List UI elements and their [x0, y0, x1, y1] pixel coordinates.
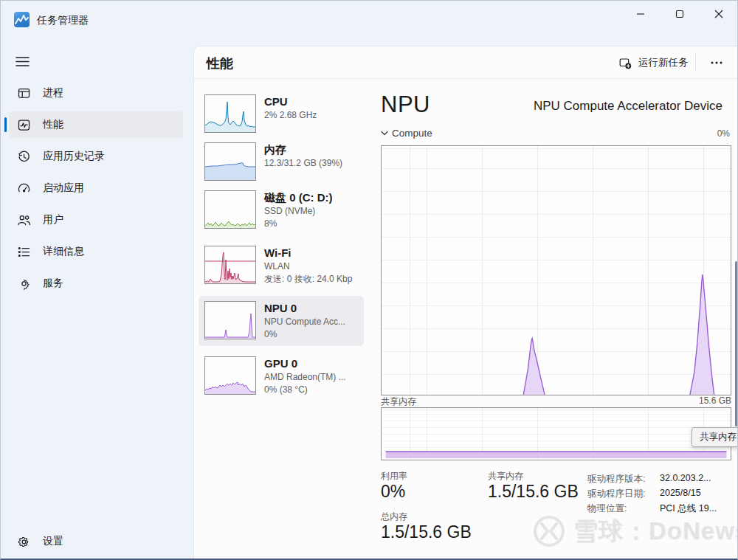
total-memory-value: 1.5/15.6 GB	[381, 522, 472, 542]
navigation-menu-button[interactable]	[11, 51, 33, 72]
device-item-disk[interactable]: 磁盘 0 (C: D:) SSD (NVMe) 8%	[199, 185, 364, 235]
device-stats: 12.3/31.2 GB (39%)	[264, 157, 342, 170]
settings-label: 设置	[43, 535, 63, 548]
sidebar-item-performance[interactable]: 性能	[9, 111, 183, 138]
sidebar-item-label: 性能	[43, 118, 63, 131]
device-stats: SSD (NVMe)	[264, 205, 333, 218]
processes-icon	[17, 86, 31, 100]
compute-usage-percent: 0%	[717, 128, 731, 139]
sidebar-item-label: 进程	[43, 86, 63, 100]
shared-memory-max: 15.6 GB	[699, 395, 731, 408]
shared-memory-tooltip: 共享内存	[692, 427, 738, 447]
sidebar-item-label: 启动应用	[43, 182, 84, 195]
disk-mini-chart	[204, 190, 256, 229]
startup-apps-icon	[17, 182, 31, 196]
window-title: 任务管理器	[37, 14, 89, 27]
more-options-button[interactable]	[703, 52, 730, 74]
device-name: 内存	[264, 142, 342, 157]
device-item-memory[interactable]: 内存 12.3/31.2 GB (39%)	[199, 137, 364, 186]
hamburger-icon	[15, 56, 30, 67]
sidebar-item-app-history[interactable]: 应用历史记录	[9, 143, 183, 170]
compute-engine-dropdown[interactable]: Compute	[381, 128, 432, 139]
chevron-down-icon	[381, 131, 388, 136]
device-stats: 0% (38 °C)	[264, 384, 346, 396]
scrollbar-thumb[interactable]	[735, 261, 737, 426]
npu-title: NPU	[381, 92, 430, 117]
sidebar-item-startup-apps[interactable]: 启动应用	[9, 175, 183, 201]
titlebar: 任务管理器	[0, 0, 738, 41]
device-stats: NPU Compute Acc...	[264, 316, 345, 328]
device-item-cpu[interactable]: CPU 2% 2.68 GHz	[199, 89, 364, 138]
device-item-npu[interactable]: NPU 0 NPU Compute Acc... 0%	[199, 296, 364, 346]
device-stats: WLAN	[264, 260, 352, 273]
device-stats: AMD Radeon(TM) ...	[264, 371, 346, 384]
ellipsis-icon	[710, 61, 723, 65]
device-item-gpu[interactable]: GPU 0 AMD Radeon(TM) ... 0% (38 °C)	[199, 351, 364, 401]
gear-icon	[17, 535, 31, 549]
sidebar-item-users[interactable]: 用户	[9, 207, 183, 233]
app-history-icon	[17, 150, 31, 164]
sidebar-item-settings[interactable]: 设置	[9, 528, 183, 555]
services-icon	[17, 277, 31, 291]
driver-version-label: 驱动程序版本:	[587, 473, 645, 485]
cpu-mini-chart	[204, 94, 256, 133]
device-stats: 发送: 0 接收: 24.0 Kbp	[264, 273, 352, 286]
watermark-text: 雪球：DoNews	[573, 515, 738, 548]
task-manager-app-icon	[14, 12, 30, 27]
details-icon	[17, 245, 31, 259]
device-name: CPU	[264, 94, 317, 109]
memory-mini-chart	[204, 142, 256, 181]
device-name: GPU 0	[264, 356, 346, 371]
utilization-value: 0%	[381, 482, 405, 502]
sidebar-item-services[interactable]: 服务	[9, 270, 183, 297]
npu-utilization-chart	[381, 145, 731, 395]
device-stats: 2% 2.68 GHz	[264, 109, 317, 122]
xueqiu-logo-icon	[532, 514, 566, 548]
sidebar-item-label: 服务	[43, 277, 63, 290]
shared-memory-stat-label: 共享内存	[488, 470, 523, 483]
new-task-icon	[619, 57, 632, 69]
run-new-task-button[interactable]: 运行新任务	[612, 52, 696, 74]
header-divider	[695, 54, 696, 72]
device-stats: 8%	[264, 218, 333, 230]
device-name: Wi-Fi	[264, 246, 352, 260]
driver-date-label: 驱动程序日期:	[587, 488, 645, 500]
sidebar-item-label: 用户	[43, 213, 63, 227]
physical-location-value: PCI 总线 19...	[660, 502, 717, 515]
users-icon	[17, 213, 31, 227]
total-memory-label: 总内存	[381, 511, 407, 523]
npu-mini-chart	[204, 301, 256, 339]
device-name: 磁盘 0 (C: D:)	[264, 190, 333, 205]
utilization-label: 利用率	[381, 470, 407, 483]
run-new-task-label: 运行新任务	[638, 56, 689, 69]
sidebar-item-processes[interactable]: 进程	[9, 80, 183, 106]
compute-engine-label: Compute	[392, 128, 432, 139]
panel-header: 性能 运行新任务	[194, 46, 738, 79]
shared-memory-label: 共享内存	[381, 395, 416, 408]
driver-date-value: 2025/8/15	[660, 488, 701, 498]
maximize-button[interactable]	[663, 1, 697, 27]
sidebar-item-label: 详细信息	[43, 245, 84, 258]
minimize-button[interactable]	[624, 1, 658, 27]
device-name: NPU 0	[264, 301, 345, 316]
device-stats: 0%	[264, 328, 345, 341]
npu-device-name: NPU Compute Accelerator Device	[534, 99, 731, 117]
physical-location-label: 物理位置:	[587, 502, 627, 515]
performance-icon	[17, 118, 31, 132]
close-button[interactable]	[702, 1, 736, 27]
shared-memory-stat-value: 1.5/15.6 GB	[488, 482, 579, 502]
watermark: 雪球：DoNews	[532, 514, 738, 548]
shared-memory-chart	[381, 407, 731, 460]
driver-version-value: 32.0.203.2...	[660, 473, 711, 483]
wifi-mini-chart	[204, 246, 256, 284]
gpu-mini-chart	[204, 356, 256, 395]
sidebar-item-details[interactable]: 详细信息	[9, 238, 183, 265]
page-title: 性能	[207, 55, 233, 72]
sidebar-item-label: 应用历史记录	[43, 150, 105, 163]
sidebar: 进程 性能 应用历史记录 启动应用 用户 详细信息 服务	[0, 80, 192, 302]
main-panel: 性能 运行新任务 CPU 2% 2.68 GHz	[193, 46, 738, 560]
device-item-wifi[interactable]: Wi-Fi WLAN 发送: 0 接收: 24.0 Kbp	[199, 241, 364, 291]
